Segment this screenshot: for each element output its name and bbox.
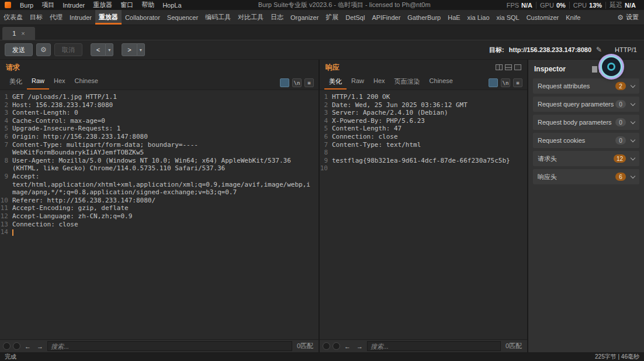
main-tab[interactable]: 扩展 [322, 10, 342, 25]
main-tab[interactable]: Knife [562, 10, 584, 25]
menu-item[interactable]: HopLa [158, 2, 185, 9]
search-prev-icon[interactable]: ← [23, 341, 33, 351]
inspector-section[interactable]: 请求头 12 [533, 151, 639, 166]
search-case-icon[interactable] [333, 342, 340, 350]
repeater-tab[interactable]: 1 × [2, 27, 35, 40]
inspector-header: Inspector [528, 60, 644, 78]
prev-dropdown-button[interactable]: ▾ [106, 43, 113, 56]
search-next-icon[interactable]: → [35, 341, 45, 351]
main-tab[interactable]: 对比工具 [234, 10, 267, 25]
search-next-icon[interactable]: → [355, 341, 365, 351]
search-prev-icon[interactable]: ← [342, 341, 352, 351]
menu-item[interactable]: Burp [16, 2, 37, 9]
main-tab[interactable]: HaE [444, 10, 463, 25]
inspector-section-label: Request query parameters [538, 101, 615, 108]
layout-single-icon[interactable] [514, 64, 521, 70]
response-view-tab[interactable]: Raw [347, 75, 369, 90]
prev-request-button[interactable]: < [91, 43, 106, 56]
http-version-selector[interactable]: HTTP/1 [615, 46, 639, 53]
request-panel-header: 请求 [0, 60, 318, 75]
menu-item[interactable]: 窗口 [116, 1, 137, 9]
burp-logo-icon [5, 2, 11, 8]
response-editor[interactable]: 1 HTTP/1.1 200 OK 2 Date: Wed, 25 Jun 20… [320, 90, 527, 339]
main-tab[interactable]: 代理 [46, 10, 66, 25]
search-case-icon[interactable] [13, 342, 20, 350]
prettify-icon[interactable] [280, 78, 289, 87]
inspector-section[interactable]: Request attributes 2 [533, 78, 639, 94]
main-tab[interactable]: Sequencer [164, 10, 202, 25]
inspector-section[interactable]: Request query parameters 0 [533, 97, 639, 112]
count-badge: 6 [615, 173, 626, 181]
main-tab[interactable]: xia Liao [464, 10, 493, 25]
main-tab[interactable]: Organizer [287, 10, 322, 25]
next-dropdown-button[interactable]: ▾ [137, 43, 145, 56]
close-tab-icon[interactable]: × [21, 30, 25, 37]
line-number: 9 [320, 157, 332, 165]
response-view-tab[interactable]: 页面渲染 [390, 75, 425, 90]
request-editor[interactable]: 1 GET /uploads/1.jpg HTTP/1.1 2 Host: 15… [0, 90, 318, 339]
edit-target-icon[interactable]: ✎ [596, 46, 602, 54]
floating-plugin-icon[interactable] [600, 56, 622, 78]
menu-item[interactable]: 帮助 [137, 1, 158, 9]
main-tab[interactable]: 日志 [267, 10, 287, 25]
response-view-tab[interactable]: Chinese [425, 75, 458, 90]
main-tab[interactable]: xia SQL [493, 10, 523, 25]
inspector-section[interactable]: Request cookies 0 [533, 133, 639, 148]
response-view-tab[interactable]: 美化 [324, 75, 347, 90]
line-number: 11 [0, 204, 12, 212]
window-title: Burp Suite专业版 v2023.6 - 临时项目 - licensed … [186, 1, 503, 9]
next-request-split-button: > ▾ [122, 43, 144, 56]
request-search-input[interactable] [47, 341, 292, 351]
request-view-tab[interactable]: 美化 [5, 75, 27, 90]
menu-item[interactable]: 重放器 [89, 1, 116, 9]
inspector-section-label: Request body parameters [538, 119, 615, 126]
inspector-section[interactable]: 响应头 6 [533, 169, 639, 184]
main-tab[interactable]: 重放器 [95, 10, 122, 25]
response-metrics: 225字节 | 46毫秒 [595, 353, 639, 361]
inspector-section[interactable]: Request body parameters 0 [533, 115, 639, 130]
code-line: 5 Content-Length: 47 [320, 125, 527, 133]
perf-stat: FPS N/A [503, 2, 536, 9]
main-tab[interactable]: DetSql [342, 10, 368, 25]
cancel-button: 取消 [54, 43, 82, 56]
layout-rows-icon[interactable] [505, 64, 512, 70]
word-wrap-icon[interactable]: ≡ [304, 78, 314, 87]
word-wrap-icon[interactable]: ≡ [513, 78, 522, 87]
request-view-tab[interactable]: Raw [27, 75, 49, 90]
menu-item[interactable]: 项目 [37, 1, 58, 9]
main-tab[interactable]: APIFinder [368, 10, 404, 25]
response-search-bar: ← → 0匹配 [320, 339, 527, 352]
main-tab[interactable]: 编码工具 [202, 10, 234, 25]
response-search-input[interactable] [367, 341, 501, 351]
line-text: Accept: text/html,application/xhtml+xml,… [12, 173, 318, 197]
request-view-tab[interactable]: Hex [49, 75, 70, 90]
line-text: GET /uploads/1.jpg HTTP/1.1 [12, 93, 318, 101]
response-view-tab[interactable]: Hex [369, 75, 390, 90]
line-number: 6 [320, 133, 332, 141]
send-settings-button[interactable]: ⚙ [36, 43, 51, 56]
main-tab[interactable]: 仪表盘 [0, 10, 26, 25]
main-tab[interactable]: Collaborator [122, 10, 164, 25]
layout-columns-icon[interactable] [496, 64, 503, 70]
main-tab[interactable]: GatherBurp [404, 10, 444, 25]
send-button[interactable]: 发送 [5, 43, 33, 56]
next-request-button[interactable]: > [122, 43, 137, 56]
main-tab[interactable]: Intruder [66, 10, 95, 25]
newline-chars-icon[interactable]: \n [292, 78, 302, 87]
newline-chars-icon[interactable]: \n [501, 78, 510, 87]
request-search-bar: ← → 0匹配 [0, 339, 318, 352]
main-tab[interactable]: Customizer [523, 10, 563, 25]
main-tabs: 仪表盘目标代理Intruder重放器CollaboratorSequencer编… [0, 10, 584, 25]
search-options-icon[interactable] [323, 342, 330, 350]
chevron-down-icon [631, 155, 635, 160]
line-number: 5 [0, 125, 12, 133]
settings-button[interactable]: ⚙ 设置 [612, 10, 644, 25]
request-view-tab[interactable]: Chinese [70, 75, 103, 90]
line-number: 2 [0, 101, 12, 109]
chevron-down-icon [631, 173, 635, 178]
main-tab[interactable]: 目标 [26, 10, 46, 25]
menu-item[interactable]: Intruder [58, 2, 89, 9]
dock-right-icon[interactable] [592, 66, 597, 73]
prettify-icon[interactable] [489, 78, 498, 87]
search-options-icon[interactable] [3, 342, 11, 350]
